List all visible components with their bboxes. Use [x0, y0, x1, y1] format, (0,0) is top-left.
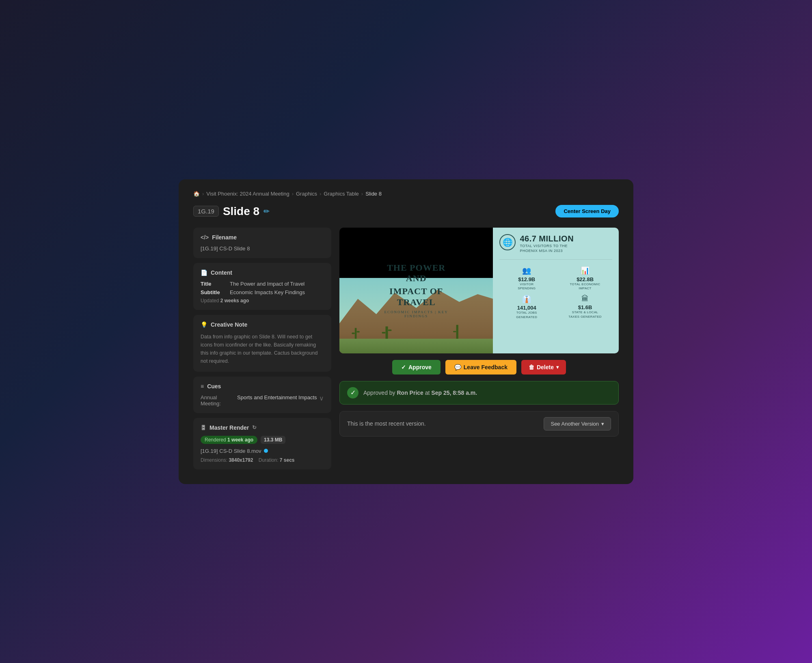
breadcrumb: 🏠 › Visit Phoenix: 2024 Annual Meeting ›… — [193, 191, 619, 197]
updated-text: Updated 2 weeks ago — [201, 298, 324, 304]
stat-number-4: $1.6B — [578, 304, 592, 310]
preview-left: THE POWER AND IMPACT OF TRAVEL ECONOMIC … — [339, 228, 493, 353]
stat-label-2: TOTAL ECONOMICIMPACT — [570, 282, 600, 291]
refresh-icon[interactable]: ↻ — [252, 424, 257, 431]
trash-icon: 🗑 — [529, 364, 534, 370]
svg-rect-6 — [386, 326, 388, 338]
delete-caret-icon: ▾ — [556, 364, 559, 370]
cues-section: ≡ Cues Annual Meeting: Sports and Entert… — [193, 377, 331, 413]
approval-status-bar: ✓ Approved by Ron Price at Sep 25, 8:58 … — [339, 381, 619, 405]
svg-rect-2 — [339, 338, 493, 353]
page-header: 1G.19 Slide 8 ✏ Center Screen Day — [193, 205, 619, 218]
approve-button[interactable]: ✓ Approve — [392, 360, 441, 375]
slide-preview: THE POWER AND IMPACT OF TRAVEL ECONOMIC … — [339, 228, 619, 353]
filename-section: </> Filename [1G.19] CS-D Slide 8 — [193, 228, 331, 258]
rendered-badge: Rendered 1 week ago — [201, 436, 257, 444]
svg-rect-9 — [456, 325, 458, 338]
stat-item-jobs: 👔 141,004 TOTAL JOBSGENERATED — [499, 295, 554, 319]
dimensions-text: Dimensions: 3840x1792 Duration: 7 secs — [201, 457, 324, 463]
svg-rect-3 — [355, 328, 357, 338]
title-field-value: The Power and Impact of Travel — [230, 281, 304, 287]
file-link-text: [1G.19] CS-D Slide 8.mov — [201, 448, 261, 454]
version-row: This is the most recent version. See Ano… — [339, 411, 619, 437]
comment-icon: 💬 — [454, 364, 461, 370]
globe-icon: 🌐 — [499, 234, 516, 250]
breadcrumb-sep: › — [202, 191, 204, 197]
creative-note-label: Creative Note — [211, 321, 247, 328]
subtitle-field-value: Economic Impacts Key Findings — [230, 289, 305, 295]
stat-item-economic-impact: 📊 $22.8B TOTAL ECONOMICIMPACT — [558, 266, 612, 291]
edit-icon[interactable]: ✏ — [263, 207, 270, 216]
content-icon: 📄 — [201, 269, 207, 276]
slide-id-badge: 1G.19 — [193, 206, 219, 217]
center-screen-button[interactable]: Center Screen Day — [555, 205, 619, 217]
stat-number-3: 141,004 — [517, 305, 536, 311]
creative-note-header: 💡 Creative Note — [201, 321, 324, 328]
home-icon[interactable]: 🏠 — [193, 191, 200, 197]
stat-item-taxes: 🏛 $1.6B STATE & LOCALTAXES GENERATED — [558, 295, 612, 319]
version-message: This is the most recent version. — [347, 420, 426, 427]
creative-note-text: Data from info graphic on Slide 8. Will … — [201, 333, 324, 365]
stat-label-4: STATE & LOCALTAXES GENERATED — [568, 310, 602, 319]
left-panel: </> Filename [1G.19] CS-D Slide 8 📄 Cont… — [193, 228, 331, 469]
delete-button[interactable]: 🗑 Delete ▾ — [521, 360, 566, 375]
content-label: Content — [211, 269, 232, 276]
see-another-version-button[interactable]: See Another Version ▾ — [544, 417, 611, 431]
stat-number-1: $12.9B — [518, 276, 535, 282]
slide-overlay-title: THE POWER AND IMPACT OF TRAVEL ECONOMIC … — [378, 263, 455, 319]
breadcrumb-sep-4: › — [361, 191, 363, 197]
file-size-badge: 13.3 MB — [261, 436, 285, 444]
see-another-caret-icon: ▾ — [601, 421, 604, 427]
breadcrumb-sep-2: › — [292, 191, 294, 197]
stats-header: 🌐 46.7 MILLION TOTAL VISITORS TO THEPHOE… — [499, 234, 612, 260]
jobs-icon: 👔 — [522, 295, 531, 304]
stat-number-2: $22.8B — [577, 276, 594, 282]
content-header: 📄 Content — [201, 269, 324, 276]
master-render-label: Master Render — [209, 424, 249, 431]
render-icon: 🎛 — [201, 424, 206, 431]
breadcrumb-graphics[interactable]: Graphics — [296, 191, 317, 197]
filename-value: [1G.19] CS-D Slide 8 — [201, 245, 324, 252]
breadcrumb-sep-3: › — [320, 191, 321, 197]
economic-icon: 📊 — [581, 266, 590, 275]
stat-label-1: VISITORSPENDING — [518, 282, 536, 291]
stats-grid: 👥 $12.9B VISITORSPENDING 📊 $22.8B TOTAL … — [499, 266, 612, 320]
list-icon: ≡ — [201, 383, 204, 390]
stat-label-3: TOTAL JOBSGENERATED — [516, 311, 537, 319]
chevron-down-icon[interactable]: ∨ — [319, 394, 324, 402]
svg-rect-10 — [453, 331, 456, 332]
subtitle-field-label: Subtitle — [201, 289, 225, 295]
title-row: Title The Power and Impact of Travel — [201, 281, 324, 287]
breadcrumb-slide8: Slide 8 — [365, 191, 382, 197]
slide-main-title-line1: THE POWER AND — [378, 263, 455, 284]
approval-text: Approved by Ron Price at Sep 25, 8:58 a.… — [363, 390, 477, 396]
lightbulb-icon: 💡 — [201, 321, 207, 328]
title-field-label: Title — [201, 281, 225, 287]
filename-header: </> Filename — [201, 234, 324, 241]
slide-main-title-line2: IMPACT OF TRAVEL — [378, 286, 455, 308]
main-layout: </> Filename [1G.19] CS-D Slide 8 📄 Cont… — [193, 228, 619, 469]
preview-right: 🌐 46.7 MILLION TOTAL VISITORS TO THEPHOE… — [493, 228, 619, 353]
content-section: 📄 Content Title The Power and Impact of … — [193, 263, 331, 310]
svg-rect-8 — [388, 329, 392, 331]
action-buttons-row: ✓ Approve 💬 Leave Feedback 🗑 Delete ▾ — [339, 360, 619, 375]
stats-main-desc: TOTAL VISITORS TO THEPHOENIX MSA IN 2023 — [520, 243, 574, 254]
master-render-header: 🎛 Master Render ↻ — [201, 424, 324, 431]
leave-feedback-button[interactable]: 💬 Leave Feedback — [445, 360, 516, 375]
file-link-dot-icon — [264, 449, 268, 453]
filename-label: Filename — [212, 234, 237, 241]
cue-row: Annual Meeting: Sports and Entertainment… — [201, 394, 324, 407]
file-link[interactable]: [1G.19] CS-D Slide 8.mov — [201, 448, 324, 454]
creative-note-section: 💡 Creative Note Data from info graphic o… — [193, 315, 331, 372]
cue-value: Sports and Entertainment Impacts — [237, 394, 319, 400]
code-icon: </> — [201, 234, 209, 241]
render-badges: Rendered 1 week ago 13.3 MB — [201, 436, 324, 444]
checkmark-icon: ✓ — [401, 364, 406, 370]
visitors-icon: 👥 — [522, 266, 531, 275]
slide-subtitle: ECONOMIC IMPACTS | KEY FINDINGS — [378, 310, 455, 318]
cue-label: Annual Meeting: — [201, 394, 237, 407]
svg-rect-7 — [382, 332, 385, 334]
breadcrumb-graphics-table[interactable]: Graphics Table — [324, 191, 358, 197]
right-panel: THE POWER AND IMPACT OF TRAVEL ECONOMIC … — [339, 228, 619, 469]
breadcrumb-visit-phoenix[interactable]: Visit Phoenix: 2024 Annual Meeting — [206, 191, 289, 197]
